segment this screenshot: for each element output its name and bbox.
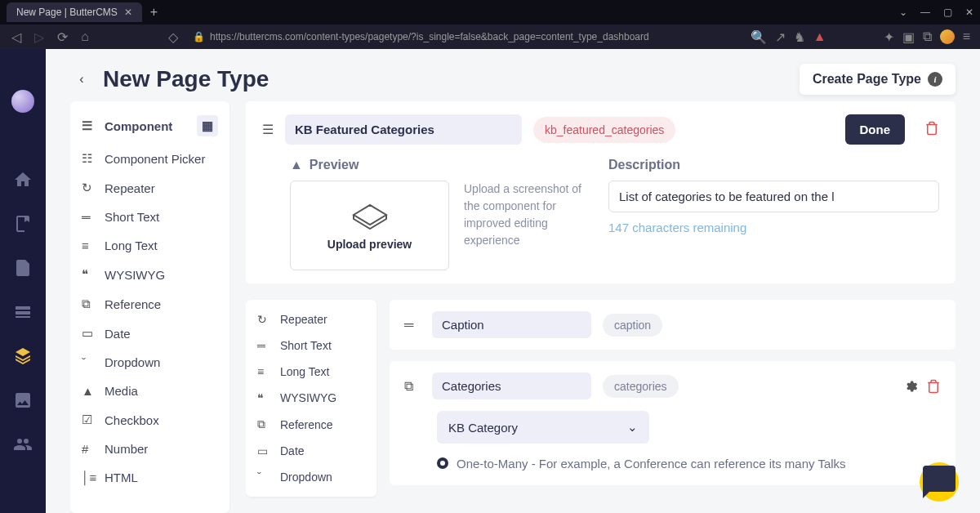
reference-type-select[interactable]: KB Category ⌄ <box>437 411 649 444</box>
checkbox-icon: ☑ <box>82 413 96 427</box>
rail-content-types-icon[interactable] <box>13 346 33 366</box>
window-controls: ⌄ — ▢ ✕ <box>899 7 973 18</box>
tab-title: New Page | ButterCMS <box>16 7 118 18</box>
page-title: New Page Type <box>103 66 269 92</box>
field-name-input[interactable] <box>432 372 591 399</box>
extension-icon[interactable]: ✦ <box>884 29 894 45</box>
layers-icon: ☰ <box>82 118 96 133</box>
palette-repeater[interactable]: ↻Repeater <box>70 173 229 203</box>
calendar-icon: ▭ <box>82 326 96 341</box>
component-card: ☰ kb_featured_categories Done ▲Preview <box>246 101 956 283</box>
rail-pages-icon[interactable] <box>13 258 33 278</box>
field-caption: ═ caption <box>390 300 956 350</box>
nested-repeater[interactable]: ↻Repeater <box>246 306 376 332</box>
create-page-type-button[interactable]: Create Page Type i <box>800 64 956 95</box>
bookmark-icon[interactable]: ◇ <box>167 30 180 43</box>
field-slug: caption <box>603 314 662 337</box>
field-categories: ⧉ categories KB Category ⌄ <box>390 361 956 485</box>
browser-tab[interactable]: New Page | ButterCMS ✕ <box>7 2 142 22</box>
radio-selected-icon <box>437 457 448 469</box>
image-icon: ▲ <box>82 384 96 398</box>
nested-dropdown[interactable]: ˇDropdown <box>246 464 376 490</box>
palette-dropdown[interactable]: ˇDropdown <box>70 348 229 377</box>
app-logo[interactable] <box>11 90 34 113</box>
relation-radio[interactable]: One-to-Many - For example, a Conference … <box>437 455 941 474</box>
create-label: Create Page Type <box>813 72 921 87</box>
rail-home-icon[interactable] <box>13 170 33 190</box>
description-label: Description <box>608 158 939 172</box>
layers-icon: ☰ <box>262 122 274 137</box>
nested-field-palette: ↻Repeater ═Short Text ≡Long Text ❝WYSIWY… <box>246 300 376 497</box>
url-bar: ◁ ▷ ⟳ ⌂ ◇ 🔒 https://buttercms.com/conten… <box>0 25 980 49</box>
shield-icon[interactable]: ♞ <box>794 29 805 45</box>
short-text-icon: ═ <box>82 210 96 224</box>
palette-date[interactable]: ▭Date <box>70 319 229 348</box>
minimize-icon[interactable]: — <box>920 7 930 18</box>
add-tab-icon[interactable]: + <box>150 5 158 20</box>
chevron-down-icon: ⌄ <box>627 420 638 435</box>
close-window-icon[interactable]: ✕ <box>965 7 973 18</box>
char-count: 147 characters remaining <box>608 221 939 234</box>
tab-bar: New Page | ButterCMS ✕ + ⌄ — ▢ ✕ <box>0 0 980 25</box>
repeat-icon: ↻ <box>257 313 272 326</box>
info-icon: i <box>928 72 942 87</box>
lock-icon: 🔒 <box>193 31 205 42</box>
palette-wysiwyg[interactable]: ❝WYSIWYG <box>70 260 229 289</box>
picker-icon: ☷ <box>82 151 96 166</box>
trash-icon[interactable] <box>926 377 941 395</box>
nested-reference[interactable]: ⧉Reference <box>246 411 376 438</box>
chevron-down-icon[interactable]: ⌄ <box>899 7 907 18</box>
library-icon[interactable]: ▦ <box>197 115 218 136</box>
radio-label: One-to-Many - For example, a Conference … <box>457 455 846 474</box>
long-text-icon: ≡ <box>82 239 96 252</box>
palette-number[interactable]: #Number <box>70 435 229 463</box>
reload-icon[interactable]: ⟳ <box>56 30 69 43</box>
short-text-icon: ═ <box>404 318 421 332</box>
palette-short-text[interactable]: ═Short Text <box>70 203 229 231</box>
select-value: KB Category <box>448 421 518 435</box>
warning-icon[interactable]: ▲ <box>813 29 826 44</box>
chevron-down-icon: ˇ <box>257 471 272 484</box>
nested-date[interactable]: ▭Date <box>246 438 376 464</box>
back-icon[interactable]: ◁ <box>10 30 23 43</box>
trash-icon[interactable] <box>924 121 939 139</box>
close-icon[interactable]: ✕ <box>124 7 132 18</box>
link-icon: ⧉ <box>404 379 421 394</box>
share-icon[interactable]: ↗ <box>775 29 786 45</box>
avatar[interactable] <box>940 29 955 44</box>
palette-html[interactable]: │≡HTML <box>70 463 229 492</box>
palette-component[interactable]: ☰Component ▦ <box>70 108 229 144</box>
nested-long-text[interactable]: ≡Long Text <box>246 359 376 385</box>
intercom-button[interactable] <box>920 462 959 502</box>
preview-label: ▲Preview <box>290 158 592 172</box>
rail-blog-icon[interactable] <box>13 214 33 234</box>
menu-icon[interactable]: ≡ <box>963 29 970 44</box>
gear-icon[interactable] <box>903 377 918 395</box>
done-button[interactable]: Done <box>845 114 906 145</box>
panel-icon[interactable]: ▣ <box>902 29 915 45</box>
palette-reference[interactable]: ⧉Reference <box>70 289 229 319</box>
rail-users-icon[interactable] <box>13 435 33 454</box>
component-name-input[interactable] <box>285 114 522 145</box>
palette-long-text[interactable]: ≡Long Text <box>70 231 229 260</box>
palette-checkbox[interactable]: ☑Checkbox <box>70 405 229 435</box>
rail-collections-icon[interactable] <box>13 302 33 322</box>
calendar-icon: ▭ <box>257 444 272 457</box>
rail-media-icon[interactable] <box>13 390 33 410</box>
field-name-input[interactable] <box>432 311 591 338</box>
upload-preview-box[interactable]: Upload preview <box>290 181 449 270</box>
zoom-icon[interactable]: 🔍 <box>751 29 767 45</box>
field-slug: categories <box>603 375 679 398</box>
url-field[interactable]: 🔒 https://buttercms.com/content-types/pa… <box>189 31 741 42</box>
palette-media[interactable]: ▲Media <box>70 377 229 405</box>
nested-wysiwyg[interactable]: ❝WYSIWYG <box>246 385 376 411</box>
nested-short-text[interactable]: ═Short Text <box>246 332 376 359</box>
restore-icon[interactable]: ⧉ <box>923 29 932 44</box>
maximize-icon[interactable]: ▢ <box>943 7 952 18</box>
description-input[interactable] <box>608 181 939 212</box>
palette-component-picker[interactable]: ☷Component Picker <box>70 144 229 173</box>
butter-logo-icon <box>350 200 390 230</box>
upload-text: Upload preview <box>327 238 412 251</box>
home-icon[interactable]: ⌂ <box>78 30 91 43</box>
back-button[interactable]: ‹ <box>70 68 93 91</box>
